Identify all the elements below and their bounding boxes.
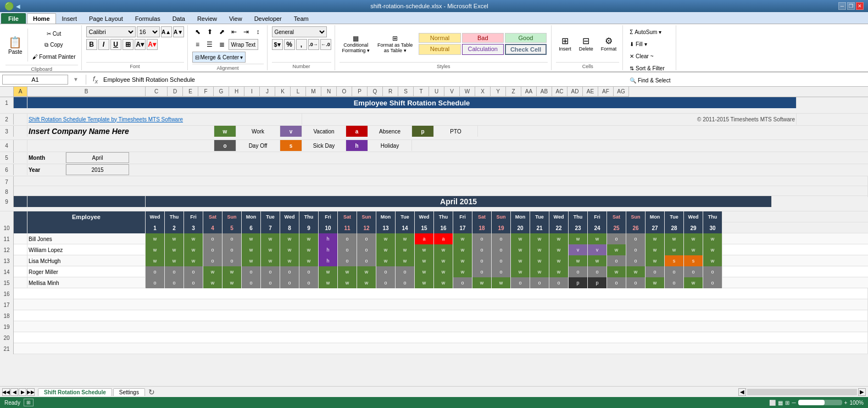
emp2-d19[interactable]: o: [492, 244, 511, 255]
emp2-d13[interactable]: w: [376, 244, 396, 255]
cell-row16[interactable]: [14, 288, 868, 299]
align-top-right-btn[interactable]: ⬈: [216, 26, 227, 37]
col-header-l[interactable]: L: [291, 87, 306, 97]
cell-a11[interactable]: [14, 233, 27, 244]
cell-row19[interactable]: [14, 321, 868, 332]
emp4-d28[interactable]: o: [665, 266, 684, 277]
conditional-formatting-btn[interactable]: ▦ Conditional Formatting ▾: [340, 33, 373, 55]
cell-employee-4[interactable]: Roger Miller: [27, 266, 146, 277]
sheet-nav-last[interactable]: ▶▶: [27, 388, 35, 396]
row-num-17[interactable]: 17: [0, 299, 14, 310]
emp4-d1[interactable]: o: [146, 266, 165, 277]
emp2-d17[interactable]: w: [453, 244, 472, 255]
col-header-ac[interactable]: AC: [552, 87, 567, 97]
emp4-d19[interactable]: o: [492, 266, 511, 277]
row-num-2[interactable]: 2: [0, 114, 14, 125]
cell-a6[interactable]: [14, 164, 27, 175]
col-header-t[interactable]: T: [414, 87, 429, 97]
emp2-d2[interactable]: w: [165, 244, 184, 255]
emp5-d7[interactable]: o: [261, 277, 280, 288]
percent-btn[interactable]: %: [284, 39, 295, 50]
cell-a12[interactable]: [14, 244, 27, 255]
emp4-d2[interactable]: o: [165, 266, 184, 277]
emp3-d10[interactable]: h: [319, 255, 338, 266]
font-size-select[interactable]: 16: [137, 26, 160, 37]
row-num-10b[interactable]: 10: [0, 222, 14, 233]
fill-color-button[interactable]: A▾: [135, 39, 146, 50]
row-num-21[interactable]: 21: [0, 343, 14, 354]
tab-page-layout[interactable]: Page Layout: [83, 13, 129, 24]
row-num-4[interactable]: 4: [0, 140, 14, 151]
emp1-d24[interactable]: w: [588, 233, 607, 244]
emp3-d20[interactable]: w: [511, 255, 530, 266]
emp5-d29[interactable]: w: [684, 277, 703, 288]
format-painter-button[interactable]: 🖌 Format Painter: [30, 51, 78, 62]
col-header-k[interactable]: K: [275, 87, 291, 97]
emp2-d20[interactable]: w: [511, 244, 530, 255]
col-header-m[interactable]: M: [306, 87, 321, 97]
cut-button[interactable]: ✂ Cut: [30, 28, 78, 39]
sheet-tab-settings[interactable]: Settings: [113, 388, 145, 396]
emp1-d3[interactable]: w: [184, 233, 203, 244]
emp1-d10[interactable]: h: [319, 233, 338, 244]
align-left-btn[interactable]: ≡: [192, 39, 203, 50]
emp1-d18[interactable]: o: [472, 233, 492, 244]
emp2-d28[interactable]: w: [665, 244, 684, 255]
emp3-d8[interactable]: w: [280, 255, 299, 266]
emp3-d23[interactable]: w: [569, 255, 588, 266]
emp5-d30[interactable]: o: [703, 277, 722, 288]
row-num-14[interactable]: 14: [0, 266, 14, 277]
font-increase-btn[interactable]: A▲: [161, 26, 172, 37]
copy-button[interactable]: ⧉ Copy: [30, 40, 78, 51]
emp5-d13[interactable]: o: [376, 277, 396, 288]
emp4-d14[interactable]: o: [396, 266, 415, 277]
emp5-d11[interactable]: w: [338, 277, 357, 288]
emp1-d13[interactable]: w: [376, 233, 396, 244]
emp1-d15[interactable]: a: [415, 233, 434, 244]
emp3-d21[interactable]: w: [530, 255, 549, 266]
sheet-nav-next[interactable]: ▶: [19, 388, 26, 396]
sheet-tab-rotation[interactable]: Shift Rotation Schedule: [38, 388, 112, 396]
col-header-d[interactable]: D: [168, 87, 183, 97]
emp4-d26[interactable]: w: [626, 266, 646, 277]
sheet-nav-prev[interactable]: ◀: [10, 388, 18, 396]
emp3-d4[interactable]: o: [203, 255, 222, 266]
row-num-19[interactable]: 19: [0, 321, 14, 332]
emp1-d26[interactable]: o: [626, 233, 646, 244]
emp4-d10[interactable]: w: [319, 266, 338, 277]
emp5-d9[interactable]: o: [299, 277, 319, 288]
emp5-d20[interactable]: o: [511, 277, 530, 288]
col-header-z[interactable]: Z: [506, 87, 521, 97]
zoom-slider[interactable]: [798, 400, 842, 405]
row-num-5[interactable]: 5: [0, 152, 14, 163]
row-num-13[interactable]: 13: [0, 255, 14, 266]
emp4-d6[interactable]: o: [242, 266, 261, 277]
emp5-d14[interactable]: o: [396, 277, 415, 288]
cell-a3[interactable]: [14, 126, 27, 137]
emp3-d2[interactable]: w: [165, 255, 184, 266]
font-color-button[interactable]: A▾: [147, 39, 158, 50]
emp5-d1[interactable]: o: [146, 277, 165, 288]
emp3-d9[interactable]: w: [299, 255, 319, 266]
emp3-d28[interactable]: s: [665, 255, 684, 266]
emp3-d27[interactable]: w: [646, 255, 665, 266]
emp4-d23[interactable]: o: [569, 266, 588, 277]
col-header-y[interactable]: Y: [491, 87, 506, 97]
emp2-d6[interactable]: w: [242, 244, 261, 255]
cell-row18[interactable]: [14, 310, 868, 321]
expand-formula-btn[interactable]: ▼: [70, 76, 81, 82]
col-header-s[interactable]: S: [398, 87, 414, 97]
emp5-d17[interactable]: o: [453, 277, 472, 288]
emp1-d22[interactable]: w: [549, 233, 569, 244]
font-name-select[interactable]: Calibri: [86, 26, 136, 37]
emp2-d7[interactable]: w: [261, 244, 280, 255]
scroll-left-btn[interactable]: ◀: [738, 388, 746, 396]
sheet-nav-first[interactable]: ◀◀: [2, 388, 10, 396]
emp3-d14[interactable]: w: [396, 255, 415, 266]
emp2-d29[interactable]: w: [684, 244, 703, 255]
cell-employee-3[interactable]: Lisa McHugh: [27, 255, 146, 266]
row-num-12[interactable]: 12: [0, 244, 14, 255]
delete-cells-btn[interactable]: ⊟ Delete: [576, 27, 596, 60]
col-header-u[interactable]: U: [429, 87, 444, 97]
style-calculation[interactable]: Calculation: [462, 44, 504, 55]
